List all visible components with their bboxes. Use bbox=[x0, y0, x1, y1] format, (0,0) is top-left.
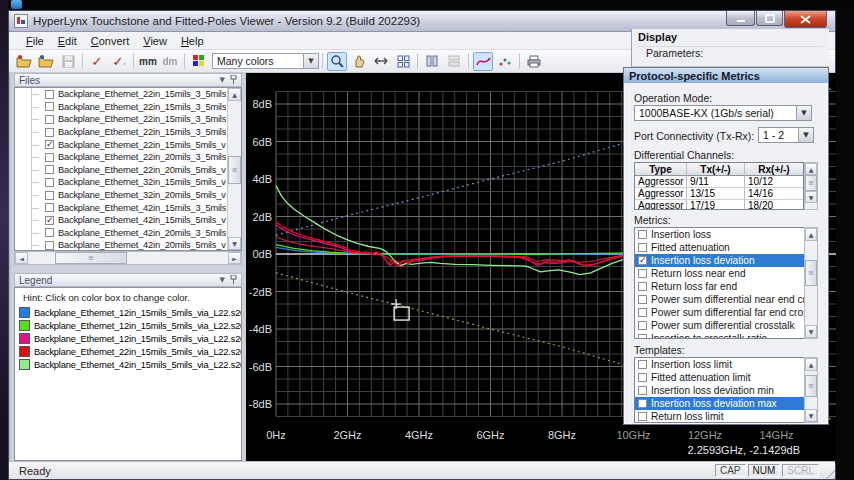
operation-mode-combo[interactable]: 1000BASE-KX (1Gb/s serial) ▼ bbox=[634, 105, 812, 121]
menu-help[interactable]: Help bbox=[174, 34, 211, 48]
metric-option-checkbox[interactable] bbox=[638, 243, 647, 252]
save-button[interactable] bbox=[58, 52, 78, 71]
combo-dropdown-arrow-icon[interactable]: ▼ bbox=[796, 106, 811, 120]
color-scheme-value[interactable]: Many colors bbox=[212, 53, 304, 69]
file-item[interactable]: Backplane_Ethernet_22in_20mils_5mils_v bbox=[15, 164, 241, 177]
pin-icon[interactable] bbox=[230, 275, 237, 285]
files-panel-header[interactable]: Files ▼ bbox=[14, 73, 242, 87]
file-item[interactable]: Backplane_Ethernet_32in_15mils_5mils_v bbox=[15, 176, 241, 189]
file-item[interactable]: Backplane_Ethernet_42in_15mils_3_5mils bbox=[15, 201, 241, 214]
channels-row[interactable]: Aggressor17/1918/20 bbox=[635, 200, 803, 210]
scroll-up-icon[interactable]: ▲ bbox=[805, 228, 817, 241]
file-checkbox[interactable] bbox=[45, 128, 54, 137]
menu-edit[interactable]: Edit bbox=[51, 34, 84, 48]
pan-tool-button[interactable] bbox=[349, 52, 369, 71]
templates-scroll-thumb[interactable]: ≡ bbox=[805, 375, 817, 397]
file-checkbox[interactable] bbox=[45, 191, 54, 200]
metric-option-checkbox[interactable] bbox=[638, 256, 647, 265]
chevron-down-icon[interactable]: ▼ bbox=[220, 76, 225, 84]
files-horizontal-scrollbar[interactable]: ◄ ≡ ► bbox=[14, 251, 242, 265]
file-item[interactable]: Backplane_Ethernet_42in_20mils_5mils_v bbox=[15, 239, 241, 251]
metric-option[interactable]: Power sum differential crosstalk bbox=[635, 319, 817, 332]
port-connectivity-combo[interactable]: 1 - 2 ▼ bbox=[758, 127, 814, 143]
combo-dropdown-arrow-icon[interactable]: ▼ bbox=[798, 128, 813, 142]
metric-option-checkbox[interactable] bbox=[638, 282, 647, 291]
file-item[interactable]: Backplane_Ethernet_22in_20mils_3_5mils bbox=[15, 151, 241, 164]
legend-color-swatch[interactable] bbox=[19, 333, 30, 344]
file-item[interactable]: Backplane_Ethernet_22in_15mils_3_5mils bbox=[15, 88, 241, 101]
metric-option-checkbox[interactable] bbox=[638, 334, 647, 339]
file-checkbox[interactable] bbox=[45, 140, 54, 149]
template-option-checkbox[interactable] bbox=[638, 412, 647, 421]
layout-columns-button[interactable] bbox=[422, 52, 442, 71]
dm-units-button[interactable]: dm bbox=[160, 52, 180, 71]
close-button[interactable] bbox=[784, 11, 827, 28]
scroll-down-icon[interactable]: ▼ bbox=[228, 237, 241, 250]
metric-option[interactable]: Return loss near end bbox=[635, 267, 817, 280]
template-option[interactable]: Insertion loss deviation max bbox=[635, 397, 817, 410]
file-item[interactable]: Backplane_Ethernet_22in_15mils_3_5mils bbox=[15, 126, 241, 139]
template-option[interactable]: Return loss limit bbox=[635, 410, 817, 423]
file-item[interactable]: Backplane_Ethernet_22in_15mils_3_5mils bbox=[15, 113, 241, 126]
metric-option-checkbox[interactable] bbox=[638, 321, 647, 330]
file-checkbox[interactable] bbox=[45, 241, 54, 250]
legend-panel-header[interactable]: Legend ▼ bbox=[14, 273, 242, 287]
metric-option-checkbox[interactable] bbox=[638, 308, 647, 317]
scroll-up-icon[interactable]: ▲ bbox=[228, 88, 241, 101]
metric-option-checkbox[interactable] bbox=[638, 230, 647, 239]
fit-all-button[interactable] bbox=[393, 52, 413, 71]
file-item[interactable]: Backplane_Ethernet_42in_20mils_3_5mils bbox=[15, 227, 241, 240]
chevron-down-icon[interactable]: ▼ bbox=[220, 276, 225, 284]
file-checkbox[interactable] bbox=[45, 216, 54, 225]
file-checkbox[interactable] bbox=[45, 178, 54, 187]
metric-option[interactable]: Return loss far end bbox=[635, 280, 817, 293]
zoom-tool-button[interactable] bbox=[327, 52, 347, 71]
file-checkbox[interactable] bbox=[45, 228, 54, 237]
differential-channels-table[interactable]: TypeTx(+/-)Rx(+/-)Aggressor9/1110/12Aggr… bbox=[634, 162, 804, 210]
metric-option-checkbox[interactable] bbox=[638, 295, 647, 304]
mm-units-button[interactable]: mm bbox=[138, 52, 158, 71]
minimize-button[interactable] bbox=[726, 11, 755, 26]
templates-list[interactable]: Insertion loss limitFitted attenuation l… bbox=[634, 357, 818, 423]
protocol-metrics-title[interactable]: Protocol-specific Metrics bbox=[624, 68, 828, 83]
fit-width-button[interactable] bbox=[371, 52, 391, 71]
file-checkbox[interactable] bbox=[45, 115, 54, 124]
scroll-right-icon[interactable]: ► bbox=[228, 252, 241, 264]
file-checkbox[interactable] bbox=[45, 153, 54, 162]
scroll-down-icon[interactable]: ▼ bbox=[805, 409, 817, 422]
templates-scrollbar[interactable]: ▲ ≡ ▼ bbox=[804, 357, 818, 423]
file-checkbox[interactable] bbox=[45, 102, 54, 111]
metric-option[interactable]: Fitted attenuation bbox=[635, 241, 817, 254]
metric-option[interactable]: Insertion loss deviation bbox=[635, 254, 817, 267]
scroll-down-icon[interactable]: ▼ bbox=[805, 325, 817, 338]
template-option[interactable]: Insertion loss deviation min bbox=[635, 384, 817, 397]
file-item[interactable]: Backplane_Ethernet_32in_20mils_5mils_v bbox=[15, 189, 241, 202]
smooth-curve-button[interactable] bbox=[473, 52, 493, 71]
channels-scrollbar[interactable]: ▲ ≡ ▼ bbox=[804, 162, 818, 210]
file-checkbox[interactable] bbox=[45, 90, 54, 99]
color-palette-button[interactable] bbox=[189, 52, 209, 71]
metric-option[interactable]: Power sum differential far end crosstalk bbox=[635, 306, 817, 319]
file-checkbox[interactable] bbox=[45, 165, 54, 174]
data-points-button[interactable] bbox=[495, 52, 515, 71]
menu-file[interactable]: File bbox=[19, 34, 51, 48]
scroll-left-icon[interactable]: ◄ bbox=[15, 252, 28, 264]
template-option-checkbox[interactable] bbox=[638, 373, 647, 382]
metrics-list[interactable]: Insertion lossFitted attenuationInsertio… bbox=[634, 227, 818, 339]
template-option[interactable]: Insertion loss limit bbox=[635, 358, 817, 371]
resize-grip[interactable] bbox=[822, 466, 835, 479]
open-fitted-poles-button[interactable] bbox=[36, 52, 56, 71]
template-option[interactable]: Fitted attenuation limit bbox=[635, 371, 817, 384]
legend-color-swatch[interactable] bbox=[19, 359, 30, 370]
metrics-scroll-thumb[interactable]: ≡ bbox=[805, 260, 817, 286]
legend-color-swatch[interactable] bbox=[19, 346, 30, 357]
print-button[interactable] bbox=[524, 52, 544, 71]
legend-color-swatch[interactable] bbox=[19, 320, 30, 331]
file-item[interactable]: Backplane_Ethernet_42in_15mils_5mils_v bbox=[15, 214, 241, 227]
channels-row[interactable]: Aggressor13/1514/16 bbox=[635, 188, 803, 200]
file-item[interactable]: Backplane_Ethernet_22in_15mils_5mils_v bbox=[15, 138, 241, 151]
scroll-down-icon[interactable]: ▼ bbox=[805, 191, 817, 203]
metric-option[interactable]: Power sum differential near end crosstal… bbox=[635, 293, 817, 306]
metric-option[interactable]: Insertion loss bbox=[635, 228, 817, 241]
check-compare-button[interactable]: ✓, bbox=[109, 52, 129, 71]
